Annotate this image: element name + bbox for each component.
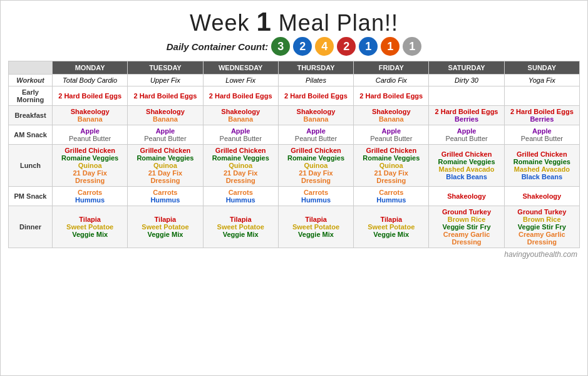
pm-snack-thu: CarrotsHummus (278, 187, 353, 206)
table-header-row: MONDAY TUESDAY WEDNESDAY THURSDAY FRIDAY… (9, 61, 580, 75)
pm-snack-wed: CarrotsHummus (203, 187, 278, 206)
dinner-thu: TilapiaSweet PotatoeVeggie Mix (278, 206, 353, 248)
workout-mon: Total Body Cardio (53, 75, 128, 86)
dinner-fri: TilapiaSweet PotatoeVeggie Mix (354, 206, 429, 248)
lunch-mon: Grilled ChickenRomaine VeggiesQuinoa21 D… (53, 145, 128, 187)
workout-sat: Dirty 30 (429, 75, 504, 86)
container-badge-5: 1 (359, 37, 378, 56)
am-snack-wed: ApplePeanut Butter (203, 125, 278, 145)
workout-sun: Yoga Fix (504, 75, 579, 86)
early-morning-label: Early Morning (9, 86, 53, 106)
daily-container-label: Daily Container Count: (167, 41, 269, 52)
meal-plan-table: MONDAY TUESDAY WEDNESDAY THURSDAY FRIDAY… (8, 61, 580, 248)
dinner-mon: TilapiaSweet PotatoeVeggie Mix (53, 206, 128, 248)
em-tue: 2 Hard Boiled Eggs (128, 86, 203, 106)
pm-snack-fri: CarrotsHummus (354, 187, 429, 206)
week-number: 1 (256, 7, 271, 36)
lunch-row: Lunch Grilled ChickenRomaine VeggiesQuin… (9, 145, 580, 187)
breakfast-fri: ShakeologyBanana (354, 106, 429, 125)
workout-tue: Upper Fix (128, 75, 203, 86)
early-morning-row: Early Morning 2 Hard Boiled Eggs 2 Hard … (9, 86, 580, 106)
dinner-row: Dinner TilapiaSweet PotatoeVeggie Mix Ti… (9, 206, 580, 248)
lunch-wed: Grilled ChickenRomaine VeggiesQuinoa21 D… (203, 145, 278, 187)
header-thursday: THURSDAY (278, 61, 353, 75)
watermark: havingyouthealth.com (8, 250, 580, 259)
dinner-sun: Ground TurkeyBrown RiceVeggie Stir FryCr… (504, 206, 579, 248)
workout-thu: Pilates (278, 75, 353, 86)
am-snack-tue: ApplePeanut Butter (128, 125, 203, 145)
pm-snack-row: PM Snack CarrotsHummus CarrotsHummus Car… (9, 187, 580, 206)
header-empty (9, 61, 53, 75)
pm-snack-label: PM Snack (9, 187, 53, 206)
breakfast-wed: ShakeologyBanana (203, 106, 278, 125)
em-sat (429, 86, 504, 106)
header-friday: FRIDAY (354, 61, 429, 75)
am-snack-sat: ApplePeanut Butter (429, 125, 504, 145)
workout-fri: Cardio Fix (354, 75, 429, 86)
breakfast-tue: ShakeologyBanana (128, 106, 203, 125)
container-count-row: Daily Container Count: 3 2 4 2 1 1 1 (8, 37, 580, 56)
page: Week 1 Meal Plan!! Daily Container Count… (0, 0, 588, 376)
lunch-label: Lunch (9, 145, 53, 187)
lunch-tue: Grilled ChickenRomaine VeggiesQuinoa21 D… (128, 145, 203, 187)
breakfast-label: Breakfast (9, 106, 53, 125)
container-badge-6: 1 (381, 37, 400, 56)
breakfast-thu: ShakeologyBanana (278, 106, 353, 125)
breakfast-row: Breakfast ShakeologyBanana ShakeologyBan… (9, 106, 580, 125)
am-snack-sun: ApplePeanut Butter (504, 125, 579, 145)
breakfast-sun: 2 Hard Boiled EggsBerries (504, 106, 579, 125)
em-sun (504, 86, 579, 106)
workout-wed: Lower Fix (203, 75, 278, 86)
pm-snack-tue: CarrotsHummus (128, 187, 203, 206)
workout-row: Workout Total Body Cardio Upper Fix Lowe… (9, 75, 580, 86)
em-fri: 2 Hard Boiled Eggs (354, 86, 429, 106)
dinner-label: Dinner (9, 206, 53, 248)
dinner-sat: Ground TurkeyBrown RiceVeggie Stir FryCr… (429, 206, 504, 248)
lunch-sun: Grilled ChickenRomaine VeggiesMashed Ava… (504, 145, 579, 187)
lunch-fri: Grilled ChickenRomaine VeggiesQuinoa21 D… (354, 145, 429, 187)
em-wed: 2 Hard Boiled Eggs (203, 86, 278, 106)
breakfast-sat: 2 Hard Boiled EggsBerries (429, 106, 504, 125)
lunch-thu: Grilled ChickenRomaine VeggiesQuinoa21 D… (278, 145, 353, 187)
am-snack-row: AM Snack ApplePeanut Butter ApplePeanut … (9, 125, 580, 145)
header-tuesday: TUESDAY (128, 61, 203, 75)
am-snack-label: AM Snack (9, 125, 53, 145)
am-snack-thu: ApplePeanut Butter (278, 125, 353, 145)
breakfast-mon: ShakeologyBanana (53, 106, 128, 125)
container-badge-3: 4 (315, 37, 334, 56)
em-thu: 2 Hard Boiled Eggs (278, 86, 353, 106)
container-badge-2: 2 (293, 37, 312, 56)
am-snack-mon: ApplePeanut Butter (53, 125, 128, 145)
header-saturday: SATURDAY (429, 61, 504, 75)
header-sunday: SUNDAY (504, 61, 579, 75)
pm-snack-mon: CarrotsHummus (53, 187, 128, 206)
container-badge-1: 3 (271, 37, 290, 56)
pm-snack-sat: Shakeology (429, 187, 504, 206)
container-badge-4: 2 (337, 37, 356, 56)
title-section: Week 1 Meal Plan!! Daily Container Count… (8, 7, 580, 56)
main-title: Week 1 Meal Plan!! (8, 7, 580, 37)
workout-label: Workout (9, 75, 53, 86)
header-monday: MONDAY (53, 61, 128, 75)
lunch-sat: Grilled ChickenRomaine VeggiesMashed Ava… (429, 145, 504, 187)
container-badge-7: 1 (403, 37, 421, 56)
am-snack-fri: ApplePeanut Butter (354, 125, 429, 145)
em-mon: 2 Hard Boiled Eggs (53, 86, 128, 106)
pm-snack-sun: Shakeology (504, 187, 579, 206)
dinner-tue: TilapiaSweet PotatoeVeggie Mix (128, 206, 203, 248)
dinner-wed: TilapiaSweet PotatoeVeggie Mix (203, 206, 278, 248)
header-wednesday: WEDNESDAY (203, 61, 278, 75)
